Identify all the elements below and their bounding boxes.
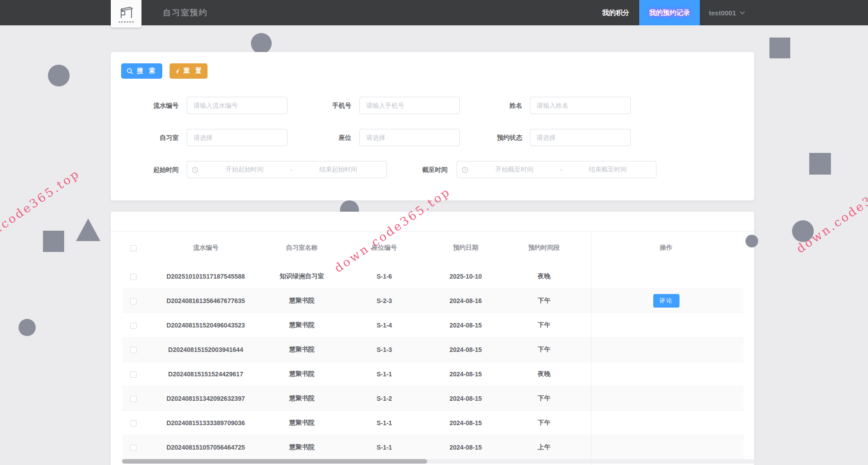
cell-seat: S-2-3 xyxy=(337,297,432,304)
decor-square xyxy=(809,153,831,175)
cell-date: 2024-08-15 xyxy=(432,444,500,451)
end-time-range-picker[interactable]: 开始截至时间 - 结束截至时间 xyxy=(457,161,656,178)
nav-item-points[interactable]: 我的积分 xyxy=(592,0,639,25)
row-checkbox[interactable] xyxy=(130,445,137,451)
decor-circle xyxy=(48,65,70,86)
col-period: 预约时间段 xyxy=(500,244,589,252)
cell-room: 慧聚书院 xyxy=(267,394,337,403)
search-button[interactable]: 搜 索 xyxy=(121,63,162,79)
horizontal-scrollbar xyxy=(122,459,755,464)
cell-period: 下午 xyxy=(500,321,589,329)
clock-icon xyxy=(462,166,471,173)
cell-period: 下午 xyxy=(500,394,589,403)
range-end-placeholder: 结束截至时间 xyxy=(564,166,651,174)
horizontal-scrollbar-thumb[interactable] xyxy=(122,459,427,464)
cell-serial: D202408161356467677635 xyxy=(145,297,267,304)
cell-room: 慧聚书院 xyxy=(267,297,337,305)
cell-serial: D20240815152003941644 xyxy=(145,346,267,353)
cell-seat: S-1-1 xyxy=(337,370,432,378)
col-room: 自习室名称 xyxy=(267,244,337,252)
table-toolbar xyxy=(111,212,754,232)
cell-room: 慧聚书院 xyxy=(267,321,337,329)
table-row: D202408151520496043523 慧聚书院 S-1-4 2024-0… xyxy=(122,313,744,337)
row-checkbox[interactable] xyxy=(130,371,137,378)
table-header: 流水编号 自习室名称 座位编号 预约日期 预约时间段 操作 xyxy=(122,232,744,264)
cell-seat: S-1-6 xyxy=(337,273,432,280)
range-end-placeholder: 结束起始时间 xyxy=(294,166,382,174)
field-label-phone: 手机号 xyxy=(283,97,351,114)
cell-date: 2024-08-15 xyxy=(432,419,500,427)
send-icon xyxy=(174,68,180,74)
row-checkbox[interactable] xyxy=(130,274,137,280)
cell-period: 夜晚 xyxy=(500,370,589,378)
reset-button[interactable]: 重 置 xyxy=(170,63,208,79)
field-label-serial: 流水编号 xyxy=(111,97,179,114)
cell-seat: S-1-1 xyxy=(337,444,432,451)
decor-circle xyxy=(19,319,36,336)
phone-input[interactable] xyxy=(359,97,460,114)
table-row: D202510101517187545588 知识绿洲自习室 S-1-6 202… xyxy=(122,264,744,289)
cell-room: 慧聚书院 xyxy=(267,346,337,354)
cell-period: 下午 xyxy=(500,297,589,305)
comment-button[interactable]: 评论 xyxy=(653,294,679,308)
start-time-range-picker[interactable]: 开始起始时间 - 结束起始时间 xyxy=(187,161,387,178)
cell-serial: D202408151333389709036 xyxy=(145,419,267,427)
cell-serial: D202408151342092632397 xyxy=(145,395,267,402)
decor-square xyxy=(43,231,64,252)
field-label-room: 自习室 xyxy=(111,129,179,146)
select-all-checkbox[interactable] xyxy=(130,245,137,251)
app-logo[interactable] xyxy=(111,0,142,28)
row-checkbox[interactable] xyxy=(130,298,137,304)
status-select[interactable] xyxy=(530,129,631,146)
col-seat: 座位编号 xyxy=(337,244,432,252)
field-label-start-time: 起始时间 xyxy=(111,161,179,178)
user-menu[interactable]: test0001 xyxy=(700,0,754,25)
cell-date: 2024-08-15 xyxy=(432,346,500,353)
table-row: D202408151333389709036 慧聚书院 S-1-1 2024-0… xyxy=(122,411,744,435)
cell-serial: D20240815151524429617 xyxy=(145,370,267,378)
row-checkbox[interactable] xyxy=(130,347,137,353)
col-date: 预约日期 xyxy=(432,244,500,252)
cell-action: 评论 xyxy=(589,294,744,308)
table-row: D202408161356467677635 慧聚书院 S-2-3 2024-0… xyxy=(122,289,744,313)
watermark: down.code365.top xyxy=(0,166,82,257)
cell-period: 上午 xyxy=(500,443,589,451)
app-title: 自习室预约 xyxy=(163,0,208,25)
cell-room: 慧聚书院 xyxy=(267,419,337,427)
row-checkbox[interactable] xyxy=(130,323,137,329)
row-checkbox[interactable] xyxy=(130,396,137,402)
field-label-seat: 座位 xyxy=(283,129,351,146)
decor-circle xyxy=(792,220,814,242)
cell-seat: S-1-3 xyxy=(337,346,432,353)
cell-period: 下午 xyxy=(500,346,589,354)
table-row: D20240815151524429617 慧聚书院 S-1-1 2024-08… xyxy=(122,362,744,386)
room-select[interactable] xyxy=(187,129,288,146)
cell-room: 慧聚书院 xyxy=(267,370,337,378)
search-icon xyxy=(127,68,133,75)
serial-input[interactable] xyxy=(187,97,288,114)
logo-caption xyxy=(118,21,134,23)
row-checkbox[interactable] xyxy=(130,420,137,427)
search-panel: 搜 索 重 置 流水编号 手机号 姓名 自习室 座位 预约状态 起始时间 开始起… xyxy=(111,52,754,200)
desk-icon xyxy=(118,5,135,19)
seat-select[interactable] xyxy=(359,129,460,146)
cell-seat: S-1-2 xyxy=(337,395,432,402)
chevron-down-icon xyxy=(740,11,745,14)
cell-room: 知识绿洲自习室 xyxy=(267,272,337,280)
range-separator: - xyxy=(288,166,294,173)
fixed-column-divider xyxy=(591,232,591,465)
table-body: D202510101517187545588 知识绿洲自习室 S-1-6 202… xyxy=(122,264,744,460)
cell-room: 慧聚书院 xyxy=(267,443,337,451)
table-row: D202408151057056464725 慧聚书院 S-1-1 2024-0… xyxy=(122,435,744,460)
decor-square xyxy=(769,38,790,58)
cell-seat: S-1-4 xyxy=(337,322,432,329)
cell-date: 2024-08-15 xyxy=(432,370,500,378)
clock-icon xyxy=(192,166,201,173)
col-serial: 流水编号 xyxy=(145,244,267,252)
field-label-name: 姓名 xyxy=(454,97,522,114)
cell-seat: S-1-1 xyxy=(337,419,432,427)
nav-item-records[interactable]: 我的预约记录 xyxy=(639,0,700,25)
table-row: D20240815152003941644 慧聚书院 S-1-3 2024-08… xyxy=(122,337,744,362)
cell-serial: D202408151057056464725 xyxy=(145,444,267,451)
name-input[interactable] xyxy=(530,97,631,114)
